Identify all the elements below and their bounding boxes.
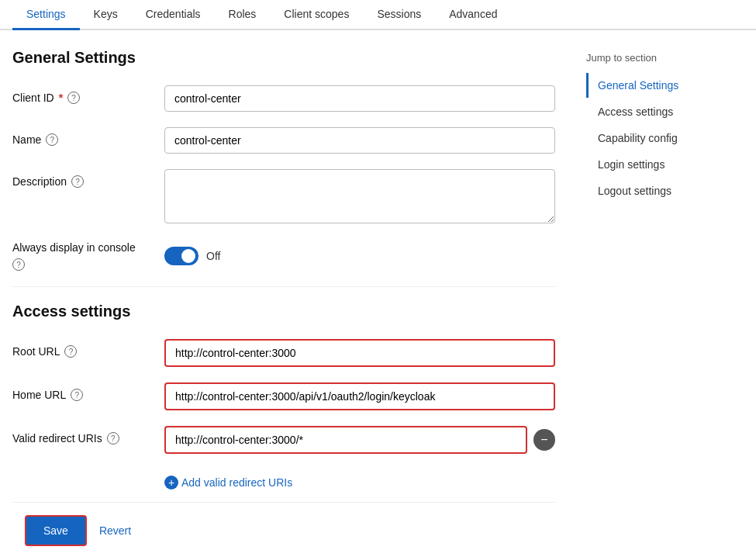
home-url-row: Home URL ? (12, 382, 555, 410)
plus-circle-icon: + (164, 476, 178, 490)
root-url-input[interactable] (164, 339, 555, 367)
tab-roles[interactable]: Roles (215, 0, 271, 30)
general-settings-section: General Settings Client ID * ? Name ? (12, 49, 555, 271)
valid-redirect-row: Valid redirect URIs ? − (12, 426, 555, 460)
name-row: Name ? (12, 127, 555, 154)
client-id-row: Client ID * ? (12, 85, 555, 112)
save-button[interactable]: Save (25, 515, 87, 546)
jump-item-login[interactable]: Login settings (586, 152, 726, 177)
root-url-row: Root URL ? (12, 339, 555, 367)
valid-redirect-help-icon[interactable]: ? (107, 432, 119, 445)
access-settings-section: Access settings Root URL ? Home URL ? (12, 303, 555, 490)
tab-advanced[interactable]: Advanced (435, 0, 511, 30)
section-divider (12, 286, 555, 287)
home-url-input[interactable] (164, 382, 555, 410)
jump-item-logout[interactable]: Logout settings (586, 178, 726, 203)
jump-title: Jump to section (586, 52, 726, 64)
main-layout: General Settings Client ID * ? Name ? (0, 30, 756, 557)
remove-redirect-button[interactable]: − (533, 429, 555, 451)
add-redirect-link[interactable]: + Add valid redirect URIs (164, 476, 555, 490)
client-id-input[interactable] (164, 85, 555, 112)
content-area: General Settings Client ID * ? Name ? (12, 49, 555, 557)
toggle-knob (181, 249, 195, 263)
jump-item-capability[interactable]: Capability config (586, 126, 726, 150)
name-field (164, 127, 555, 154)
tab-credentials[interactable]: Credentials (132, 0, 215, 30)
always-display-label: Always display in console ? (12, 241, 152, 271)
root-url-field (164, 339, 555, 367)
name-help-icon[interactable]: ? (46, 133, 58, 146)
footer-buttons: Save Revert (12, 502, 555, 557)
client-id-field (164, 85, 555, 112)
tab-client-scopes[interactable]: Client scopes (270, 0, 363, 30)
jump-item-general[interactable]: General Settings (586, 73, 726, 98)
name-label: Name ? (12, 127, 152, 146)
add-redirect-label: Add valid redirect URIs (181, 476, 292, 489)
root-url-label: Root URL ? (12, 339, 152, 358)
revert-button[interactable]: Revert (99, 524, 131, 537)
description-row: Description ? (12, 169, 555, 226)
tab-sessions[interactable]: Sessions (363, 0, 435, 30)
toggle-wrapper: Off (164, 247, 220, 265)
toggle-state-text: Off (206, 250, 220, 262)
always-display-row: Always display in console ? Off (12, 241, 555, 271)
always-display-toggle[interactable] (164, 247, 198, 265)
tab-keys[interactable]: Keys (80, 0, 132, 30)
description-help-icon[interactable]: ? (71, 175, 84, 188)
description-field (164, 169, 555, 226)
tab-settings[interactable]: Settings (12, 0, 80, 30)
redirect-row-1: − (164, 426, 555, 454)
home-url-label: Home URL ? (12, 382, 152, 401)
root-url-help-icon[interactable]: ? (64, 345, 77, 358)
name-input[interactable] (164, 127, 555, 154)
required-marker: * (59, 92, 63, 104)
jump-item-access[interactable]: Access settings (586, 99, 726, 124)
access-settings-title: Access settings (12, 303, 555, 320)
description-label: Description ? (12, 169, 152, 188)
home-url-field (164, 382, 555, 410)
always-display-help-icon[interactable]: ? (12, 258, 25, 271)
tabs-bar: Settings Keys Credentials Roles Client s… (0, 0, 756, 30)
home-url-help-icon[interactable]: ? (71, 389, 83, 401)
general-settings-title: General Settings (12, 49, 555, 67)
valid-redirect-field: − (164, 426, 555, 460)
description-textarea[interactable] (164, 169, 555, 223)
jump-sidebar: Jump to section General Settings Access … (555, 49, 726, 557)
valid-redirect-label: Valid redirect URIs ? (12, 426, 152, 445)
valid-redirect-input-1[interactable] (164, 426, 527, 454)
client-id-label: Client ID * ? (12, 85, 152, 104)
client-id-help-icon[interactable]: ? (67, 92, 80, 104)
